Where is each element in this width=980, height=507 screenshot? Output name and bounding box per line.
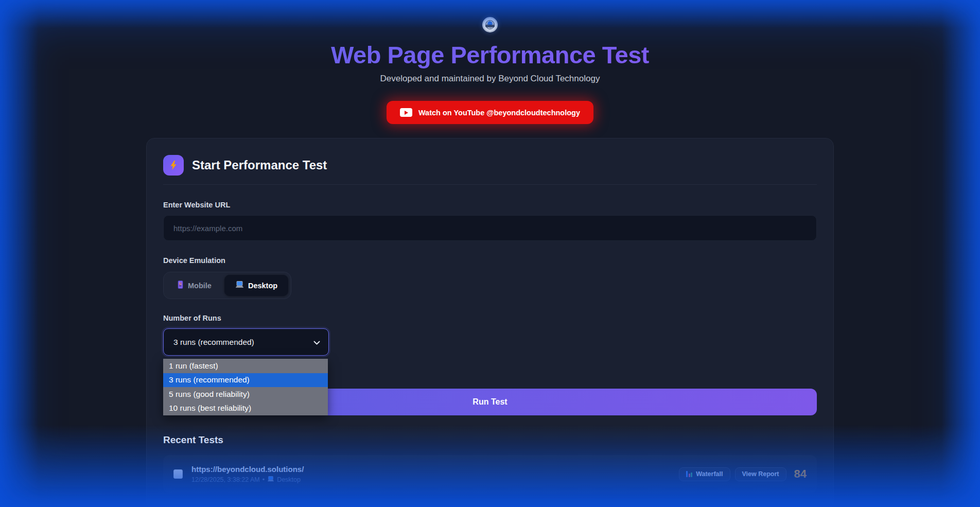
waterfall-button-label: Waterfall	[696, 470, 723, 478]
test-timestamp: 12/28/2025, 3:38:22 AM	[191, 476, 260, 483]
watch-on-youtube-button[interactable]: Watch on YouTube @beyondcloudtechnology	[387, 101, 593, 124]
runs-option-1[interactable]: 1 run (fastest)	[163, 359, 328, 373]
laptop-icon	[235, 281, 244, 290]
device-toggle-group: Mobile Desktop	[163, 272, 291, 299]
runs-select-value: 3 runs (recommended)	[173, 338, 254, 347]
runs-select[interactable]: 3 runs (recommended)	[163, 328, 329, 356]
runs-select-wrap: 3 runs (recommended) 1 run (fastest) 3 r…	[163, 328, 329, 356]
page-title: Web Page Performance Test	[0, 41, 980, 69]
runs-dropdown: 1 run (fastest) 3 runs (recommended) 5 r…	[163, 359, 328, 415]
test-meta: 12/28/2025, 3:38:22 AM • Desktop	[191, 476, 679, 483]
youtube-play-icon	[400, 108, 412, 117]
runs-option-10[interactable]: 10 runs (best reliability)	[163, 401, 328, 416]
device-option-desktop[interactable]: Desktop	[224, 275, 288, 296]
url-label: Enter Website URL	[163, 201, 817, 209]
recent-test-row: https://beyondcloud.solutions/ 12/28/202…	[163, 455, 817, 493]
page: Web Page Performance Test Developed and …	[0, 0, 980, 507]
device-option-desktop-label: Desktop	[248, 282, 277, 290]
runs-option-3[interactable]: 3 runs (recommended)	[163, 373, 328, 388]
chevron-down-icon	[313, 338, 320, 347]
website-url-input[interactable]	[163, 215, 817, 241]
number-of-runs-label: Number of Runs	[163, 314, 817, 322]
runs-option-5[interactable]: 5 runs (good reliability)	[163, 387, 328, 401]
test-row-checkbox[interactable]	[173, 469, 183, 479]
divider	[163, 184, 817, 185]
bar-chart-icon	[686, 471, 692, 477]
mobile-phone-icon	[177, 281, 184, 290]
device-emulation-label: Device Emulation	[163, 256, 817, 265]
device-option-mobile[interactable]: Mobile	[166, 275, 222, 296]
device-option-mobile-label: Mobile	[188, 282, 212, 290]
recent-tests-title: Recent Tests	[163, 434, 817, 446]
laptop-icon-small	[267, 476, 274, 483]
waterfall-button[interactable]: Waterfall	[679, 467, 730, 481]
view-report-button[interactable]: View Report	[735, 467, 786, 481]
beyond-cloud-logo-icon	[482, 17, 498, 32]
test-device: Desktop	[277, 476, 301, 483]
card-title: Start Performance Test	[192, 158, 327, 172]
meta-separator: •	[262, 476, 265, 483]
card-header: Start Performance Test	[163, 155, 817, 176]
start-performance-test-card: Start Performance Test Enter Website URL…	[146, 138, 834, 507]
test-url: https://beyondcloud.solutions/	[191, 465, 679, 474]
page-subtitle: Developed and maintained by Beyond Cloud…	[0, 74, 980, 84]
performance-score: 84	[794, 467, 807, 481]
page-header: Web Page Performance Test Developed and …	[0, 0, 980, 124]
view-report-button-label: View Report	[742, 470, 779, 478]
youtube-button-label: Watch on YouTube @beyondcloudtechnology	[418, 109, 580, 117]
lightning-bolt-icon	[163, 155, 184, 176]
test-info: https://beyondcloud.solutions/ 12/28/202…	[191, 465, 679, 483]
